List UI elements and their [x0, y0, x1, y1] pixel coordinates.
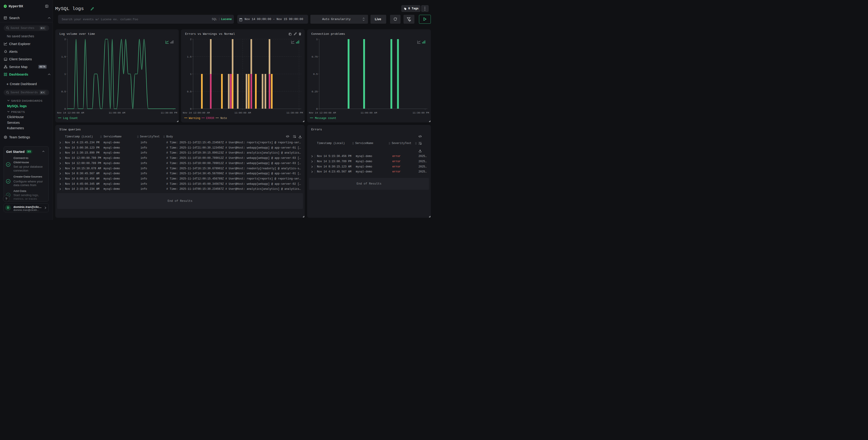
svg-text:0.5: 0.5: [187, 90, 191, 93]
svg-text:Nov 14 12:00:00 AM: Nov 14 12:00:00 AM: [309, 111, 336, 114]
svg-text:0: 0: [190, 108, 191, 110]
svg-text:Log Count: Log Count: [63, 117, 78, 120]
svg-text:Nov 14 12:00:00 AM: Nov 14 12:00:00 AM: [183, 111, 210, 114]
svg-text:1.5: 1.5: [61, 56, 66, 58]
svg-text:11:00:00 AM: 11:00:00 AM: [361, 111, 377, 114]
svg-text:1.5: 1.5: [187, 56, 191, 58]
svg-text:1: 1: [316, 38, 318, 41]
svg-text:Nov 14 12:00:00 AM: Nov 14 12:00:00 AM: [57, 111, 84, 114]
svg-text:11:00:00 AM: 11:00:00 AM: [108, 111, 125, 114]
svg-text:11:30:00 PM: 11:30:00 PM: [161, 111, 177, 114]
svg-text:0.5: 0.5: [61, 90, 66, 93]
svg-text:0.5: 0.5: [313, 73, 318, 75]
svg-text:1: 1: [64, 73, 66, 75]
svg-text:1: 1: [190, 73, 191, 75]
svg-text:ERROR: ERROR: [206, 117, 214, 120]
svg-text:11:30:00 PM: 11:30:00 PM: [412, 111, 429, 114]
svg-text:0: 0: [64, 108, 66, 110]
svg-text:0.75: 0.75: [312, 56, 318, 58]
svg-text:2: 2: [190, 38, 191, 41]
svg-text:11:00:00 AM: 11:00:00 AM: [234, 111, 251, 114]
svg-text:11:30:00 PM: 11:30:00 PM: [286, 111, 303, 114]
svg-text:0: 0: [316, 108, 318, 110]
svg-text:0.25: 0.25: [312, 90, 318, 93]
svg-text:Message count: Message count: [315, 117, 336, 120]
svg-text:Note: Note: [220, 117, 227, 120]
svg-text:2: 2: [64, 38, 66, 41]
svg-text:Warning: Warning: [189, 117, 200, 120]
